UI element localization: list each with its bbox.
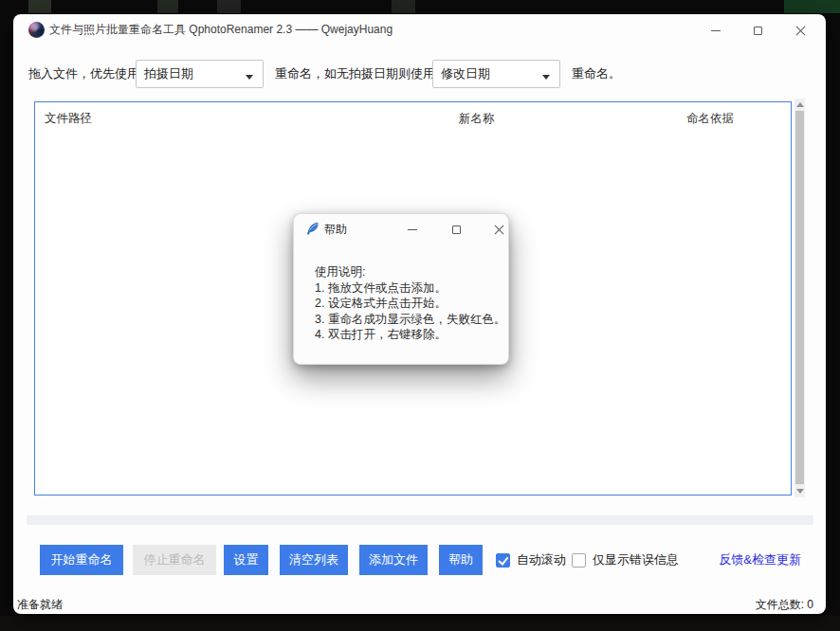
- auto-scroll-option[interactable]: 自动滚动: [496, 545, 566, 575]
- fallback-date-select-value: 修改日期: [441, 66, 490, 81]
- status-bar: 准备就绪 文件总数: 0: [17, 594, 813, 615]
- wallpaper-patch: [217, 0, 241, 13]
- file-count: 文件总数: 0: [756, 594, 813, 615]
- add-files-button[interactable]: 添加文件: [359, 545, 428, 575]
- combo-arrow-icon: [542, 75, 550, 80]
- maximize-button[interactable]: [743, 16, 772, 45]
- column-header-namebasis[interactable]: 命名依据: [686, 111, 734, 127]
- errors-only-option[interactable]: 仅显示错误信息: [572, 545, 679, 575]
- dialog-close-button[interactable]: [487, 218, 510, 241]
- help-line: 使用说明:: [315, 264, 505, 280]
- wallpaper-patch: [157, 0, 178, 13]
- close-icon: [494, 225, 504, 235]
- vertical-scrollbar[interactable]: [794, 99, 805, 497]
- toolbar-label-prefix: 拖入文件，优先使用: [28, 60, 139, 88]
- dialog-maximize-button[interactable]: [445, 218, 467, 241]
- fallback-date-select[interactable]: 修改日期: [432, 60, 560, 88]
- wallpaper-patch: [784, 0, 840, 13]
- auto-scroll-label: 自动滚动: [517, 551, 566, 568]
- scroll-down-icon[interactable]: [796, 489, 804, 494]
- toolbar-label-suffix: 重命名。: [572, 60, 621, 88]
- help-dialog-content: 使用说明: 1. 拖放文件或点击添加。 2. 设定格式并点击开始。 3. 重命名…: [315, 264, 505, 343]
- help-line: 1. 拖放文件或点击添加。: [315, 280, 505, 297]
- close-icon: [795, 26, 806, 36]
- minimize-icon: [408, 229, 417, 230]
- minimize-icon: [711, 30, 721, 31]
- titlebar[interactable]: 文件与照片批量重命名工具 QphotoRenamer 2.3 —— Qwejay…: [13, 14, 826, 45]
- errors-only-label: 仅显示错误信息: [593, 551, 679, 568]
- scrollbar-thumb[interactable]: [795, 111, 804, 484]
- maximize-icon: [452, 225, 461, 234]
- auto-scroll-checkbox[interactable]: [496, 553, 510, 568]
- progress-bar: [27, 515, 813, 525]
- column-header-filepath[interactable]: 文件路径: [45, 111, 92, 127]
- feather-icon: [306, 222, 320, 237]
- combo-arrow-icon: [246, 75, 253, 80]
- help-line: 2. 设定格式并点击开始。: [315, 296, 505, 312]
- scroll-up-icon[interactable]: [796, 102, 804, 107]
- window-title: 文件与照片批量重命名工具 QphotoRenamer 2.3 —— Qwejay…: [49, 14, 393, 45]
- wallpaper-patch: [392, 0, 415, 13]
- errors-only-checkbox[interactable]: [572, 553, 586, 568]
- help-dialog-titlebar[interactable]: 帮助: [294, 214, 508, 244]
- primary-date-select-value: 拍摄日期: [144, 66, 193, 81]
- stop-rename-button[interactable]: 停止重命名: [133, 545, 216, 575]
- primary-date-select[interactable]: 拍摄日期: [136, 60, 264, 88]
- feedback-update-link[interactable]: 反馈&检查更新: [719, 545, 801, 575]
- maximize-icon: [754, 27, 762, 35]
- help-dialog: 帮助 使用说明: 1. 拖放文件或点击添加。 2. 设定格式并点击开始。 3. …: [293, 213, 509, 365]
- help-line: 3. 重命名成功显示绿色，失败红色。: [315, 312, 505, 328]
- toolbar-label-middle: 重命名，如无拍摄日期则使用: [275, 60, 435, 88]
- help-line: 4. 双击打开，右键移除。: [315, 327, 505, 343]
- status-text: 准备就绪: [17, 594, 63, 615]
- minimize-button[interactable]: [702, 16, 730, 45]
- clear-list-button[interactable]: 清空列表: [280, 545, 348, 575]
- start-rename-button[interactable]: 开始重命名: [40, 545, 123, 575]
- app-icon: [28, 22, 45, 38]
- help-dialog-title: 帮助: [324, 214, 347, 244]
- help-button[interactable]: 帮助: [439, 545, 483, 575]
- settings-button[interactable]: 设置: [224, 545, 268, 575]
- column-header-newname[interactable]: 新名称: [459, 111, 495, 127]
- wallpaper-patch: [0, 616, 840, 631]
- close-button[interactable]: [786, 16, 814, 45]
- dialog-minimize-button[interactable]: [401, 218, 424, 241]
- desktop-background: 文件与照片批量重命名工具 QphotoRenamer 2.3 —— Qwejay…: [0, 0, 840, 631]
- wallpaper-patch: [28, 0, 51, 13]
